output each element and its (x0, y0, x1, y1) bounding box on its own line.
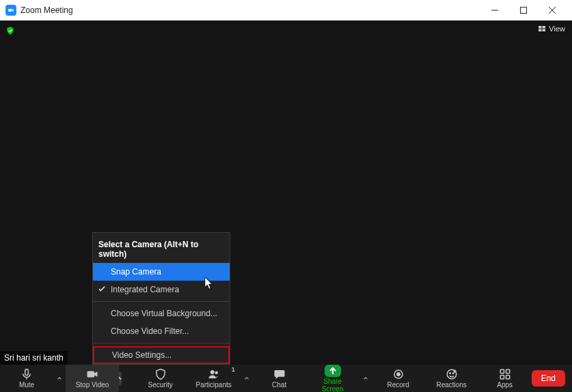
toolbar-label: Participants (196, 381, 232, 389)
zoom-app-icon (5, 5, 16, 16)
menu-item-label: Choose Virtual Background... (111, 309, 217, 318)
toolbar-label: Record (387, 381, 409, 389)
svg-rect-22 (506, 369, 509, 373)
svg-point-12 (215, 372, 218, 375)
toolbar-label: Apps (497, 381, 513, 389)
microphone-icon (20, 368, 33, 380)
end-label: End (541, 374, 556, 383)
menu-item-video-filter[interactable]: Choose Video Filter... (93, 322, 230, 340)
svg-point-18 (452, 373, 454, 374)
toolbar-label: Mute (19, 381, 34, 389)
participants-button[interactable]: 1 Participants (187, 365, 241, 392)
participants-icon (207, 368, 221, 380)
audio-options-caret[interactable] (57, 376, 62, 380)
view-label: View (549, 25, 565, 33)
record-icon (392, 368, 405, 380)
svg-point-11 (210, 370, 214, 374)
menu-item-label: Integrated Camera (111, 285, 179, 294)
svg-rect-23 (500, 376, 504, 379)
close-button[interactable] (538, 0, 567, 20)
encryption-shield-icon[interactable] (5, 26, 15, 38)
security-button[interactable]: Security (134, 365, 187, 392)
window-controls (480, 0, 567, 20)
chat-button[interactable]: Chat (253, 365, 306, 392)
svg-rect-21 (500, 369, 504, 373)
toolbar-label: Stop Video (76, 381, 109, 389)
share-screen-button[interactable]: Share Screen (306, 365, 359, 392)
share-options-caret[interactable] (364, 376, 368, 380)
chat-icon (273, 368, 286, 380)
svg-rect-4 (539, 26, 542, 29)
check-icon (98, 285, 105, 294)
menu-header: Select a Camera (Alt+N to switch) (93, 236, 230, 263)
meeting-stage: View Sri hari sri kanth Select a Camera … (0, 20, 572, 365)
menu-separator (93, 301, 230, 302)
toolbar-label: Reactions (436, 381, 466, 389)
reactions-button[interactable]: Reactions (425, 365, 478, 392)
toolbar-label: Chat (272, 381, 286, 389)
video-camera-icon (85, 368, 99, 380)
menu-item-virtual-background[interactable]: Choose Virtual Background... (93, 305, 230, 322)
apps-button[interactable]: Apps (478, 365, 532, 392)
menu-item-label: Video Settings... (112, 350, 172, 360)
svg-point-15 (396, 373, 400, 376)
svg-rect-24 (506, 376, 509, 379)
participants-count: 1 (232, 366, 235, 373)
minimize-button[interactable] (480, 0, 509, 20)
svg-rect-10 (87, 372, 95, 378)
meeting-toolbar: Mute Stop Video Security 1 Participants … (0, 365, 572, 392)
svg-rect-6 (539, 29, 542, 32)
window-title: Zoom Meeting (21, 5, 73, 15)
end-meeting-button[interactable]: End (532, 370, 565, 387)
apps-icon (498, 368, 512, 380)
svg-rect-5 (543, 26, 546, 29)
svg-point-17 (450, 373, 451, 374)
mute-button[interactable]: Mute (0, 365, 53, 392)
svg-rect-7 (543, 29, 546, 32)
participant-name-overlay: Sri hari sri kanth (0, 351, 68, 365)
menu-item-label: Snap Camera (111, 267, 161, 277)
menu-item-label: Choose Video Filter... (111, 326, 189, 336)
participants-options-caret[interactable] (245, 376, 249, 380)
shield-icon (154, 368, 167, 380)
menu-item-snap-camera[interactable]: Snap Camera (93, 263, 230, 281)
reactions-icon (445, 368, 459, 380)
view-button[interactable]: View (538, 25, 565, 33)
toolbar-label: Security (148, 381, 173, 389)
menu-separator (93, 343, 230, 344)
record-button[interactable]: Record (372, 365, 425, 392)
toolbar-label: Share Screen (313, 378, 353, 393)
toolbar-gap (122, 365, 134, 392)
view-icon (538, 25, 546, 33)
window-titlebar: Zoom Meeting (0, 0, 572, 20)
stop-video-button[interactable]: Stop Video (66, 365, 119, 392)
menu-item-video-settings[interactable]: Video Settings... (93, 346, 230, 364)
titlebar-left: Zoom Meeting (5, 5, 73, 16)
menu-item-integrated-camera[interactable]: Integrated Camera (93, 281, 230, 298)
share-screen-icon (325, 365, 341, 377)
svg-rect-8 (25, 369, 29, 376)
maximize-button[interactable] (509, 0, 538, 20)
video-options-menu: Select a Camera (Alt+N to switch) Snap C… (92, 232, 230, 365)
svg-rect-1 (521, 8, 527, 14)
